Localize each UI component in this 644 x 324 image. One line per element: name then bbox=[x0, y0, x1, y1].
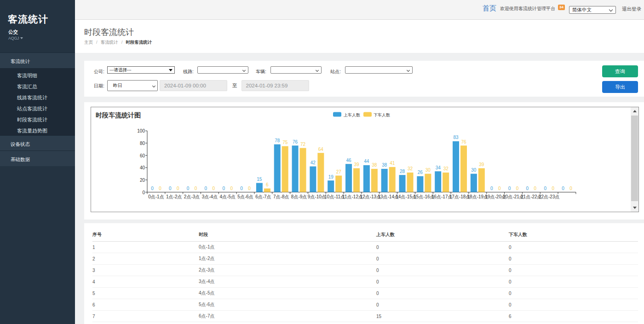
svg-text:41: 41 bbox=[390, 161, 395, 166]
svg-text:30: 30 bbox=[426, 168, 431, 173]
svg-text:8点-9点: 8点-9点 bbox=[291, 194, 307, 199]
svg-text:0: 0 bbox=[552, 186, 554, 191]
svg-text:4点-5点: 4点-5点 bbox=[220, 194, 236, 199]
svg-text:0: 0 bbox=[213, 186, 215, 191]
svg-text:7点-8点: 7点-8点 bbox=[273, 194, 289, 199]
svg-text:0: 0 bbox=[248, 186, 251, 191]
svg-text:75: 75 bbox=[282, 140, 288, 145]
svg-text:0: 0 bbox=[159, 186, 161, 191]
svg-text:32: 32 bbox=[408, 166, 413, 171]
svg-text:0: 0 bbox=[508, 186, 511, 191]
svg-text:2点-3点: 2点-3点 bbox=[184, 194, 200, 199]
svg-text:9点-10点: 9点-10点 bbox=[308, 194, 326, 199]
svg-text:34: 34 bbox=[436, 165, 441, 170]
svg-text:0: 0 bbox=[544, 186, 546, 191]
svg-text:39: 39 bbox=[354, 162, 359, 167]
svg-text:38: 38 bbox=[372, 162, 377, 168]
svg-text:0: 0 bbox=[222, 186, 225, 191]
svg-text:0: 0 bbox=[169, 186, 172, 191]
svg-text:76: 76 bbox=[461, 139, 466, 145]
svg-text:0: 0 bbox=[562, 186, 564, 191]
svg-text:0: 0 bbox=[569, 186, 572, 191]
svg-text:40: 40 bbox=[140, 165, 145, 170]
svg-text:0: 0 bbox=[498, 186, 501, 191]
svg-text:0点-1点: 0点-1点 bbox=[148, 194, 164, 199]
svg-text:20: 20 bbox=[140, 178, 145, 183]
svg-text:3点-4点: 3点-4点 bbox=[202, 194, 218, 199]
svg-text:42: 42 bbox=[310, 160, 316, 165]
svg-text:76: 76 bbox=[293, 139, 298, 145]
svg-text:28: 28 bbox=[400, 169, 405, 174]
svg-text:15: 15 bbox=[257, 177, 262, 182]
svg-text:46: 46 bbox=[346, 158, 351, 163]
svg-text:6点-7点: 6点-7点 bbox=[255, 194, 271, 199]
svg-text:0: 0 bbox=[142, 190, 145, 195]
svg-text:19: 19 bbox=[328, 174, 334, 179]
svg-text:32: 32 bbox=[443, 166, 449, 171]
svg-text:27: 27 bbox=[336, 169, 342, 174]
svg-text:0: 0 bbox=[205, 186, 207, 191]
svg-text:0: 0 bbox=[240, 186, 243, 191]
svg-text:72: 72 bbox=[300, 142, 306, 147]
svg-text:100: 100 bbox=[137, 128, 145, 133]
svg-text:80: 80 bbox=[140, 141, 145, 146]
svg-text:78: 78 bbox=[275, 138, 280, 143]
svg-text:0: 0 bbox=[230, 186, 233, 191]
svg-text:60: 60 bbox=[140, 153, 145, 158]
svg-text:0: 0 bbox=[177, 186, 179, 191]
svg-text:0: 0 bbox=[151, 186, 154, 191]
svg-text:6: 6 bbox=[266, 182, 269, 187]
svg-text:下车人数: 下车人数 bbox=[374, 113, 390, 117]
svg-text:0: 0 bbox=[490, 186, 493, 191]
svg-text:0: 0 bbox=[516, 186, 519, 191]
svg-text:0: 0 bbox=[195, 186, 197, 191]
svg-text:0: 0 bbox=[187, 186, 190, 191]
svg-text:5点-6点: 5点-6点 bbox=[237, 194, 253, 199]
svg-text:26: 26 bbox=[418, 170, 423, 175]
svg-text:0: 0 bbox=[526, 186, 529, 191]
svg-text:时段车流统计图: 时段车流统计图 bbox=[96, 111, 141, 119]
svg-text:30: 30 bbox=[471, 168, 477, 173]
svg-text:22点-23点: 22点-23点 bbox=[539, 194, 560, 199]
svg-text:39: 39 bbox=[479, 162, 484, 167]
svg-text:83: 83 bbox=[453, 135, 459, 140]
svg-text:64: 64 bbox=[318, 147, 324, 152]
svg-text:38: 38 bbox=[382, 162, 387, 168]
svg-text:44: 44 bbox=[364, 159, 369, 164]
svg-text:上车人数: 上车人数 bbox=[344, 113, 360, 117]
svg-text:1点-2点: 1点-2点 bbox=[166, 194, 182, 199]
svg-text:0: 0 bbox=[534, 186, 537, 191]
